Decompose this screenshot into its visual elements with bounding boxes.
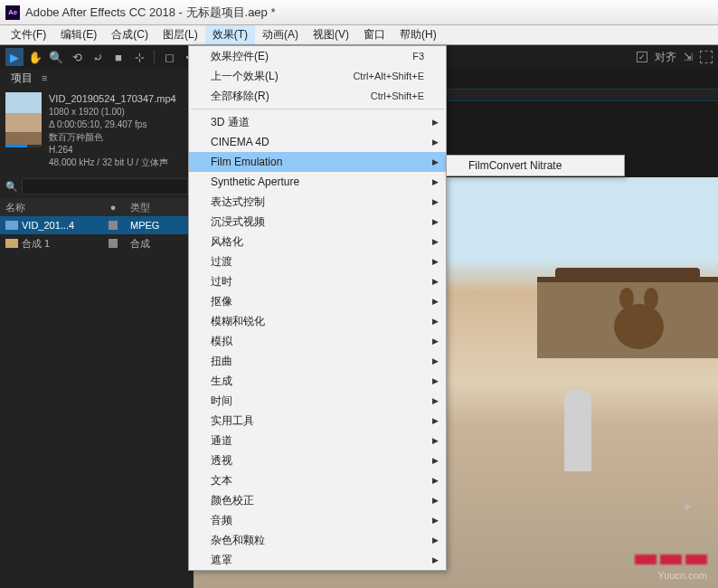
project-item[interactable]: 合成 1合成 <box>0 234 194 252</box>
menu-3[interactable]: 图层(L) <box>156 25 205 44</box>
menu-item[interactable]: 扭曲▶ <box>189 351 446 371</box>
menu-label: 扭曲 <box>211 354 232 369</box>
submenu-arrow-icon: ▶ <box>432 536 439 545</box>
menu-label: 杂色和颗粒 <box>211 533 265 548</box>
menu-8[interactable]: 帮助(H) <box>392 25 444 44</box>
menu-item[interactable]: Film Emulation▶ <box>189 152 446 172</box>
menu-item[interactable]: 颜色校正▶ <box>189 490 446 510</box>
snap-icon[interactable]: ⇲ <box>684 51 693 63</box>
menu-item[interactable]: 表达式控制▶ <box>189 192 446 212</box>
submenu-item[interactable]: FilmConvert Nitrate <box>447 156 624 175</box>
watermark-blur <box>635 555 707 564</box>
align-checkbox[interactable]: ✓ <box>637 52 647 62</box>
submenu-arrow-icon: ▶ <box>432 376 439 385</box>
hand-tool[interactable]: ✋ <box>26 48 44 66</box>
item-type: 合成 <box>125 237 150 251</box>
menu-shortcut: F3 <box>412 51 424 62</box>
menu-item[interactable]: 音频▶ <box>189 510 446 530</box>
submenu-label: FilmConvert Nitrate <box>468 159 562 172</box>
column-name[interactable]: 名称 <box>0 201 101 214</box>
menu-label: 透视 <box>211 453 232 469</box>
pan-behind-tool[interactable]: ⊹ <box>130 48 148 66</box>
menu-7[interactable]: 窗口 <box>356 25 392 44</box>
menu-5[interactable]: 动画(A) <box>255 25 306 44</box>
menu-6[interactable]: 视图(V) <box>306 25 356 44</box>
project-list-header: 名称 ● 类型 <box>0 198 194 216</box>
menu-item[interactable]: Synthetic Aperture▶ <box>189 172 446 192</box>
app-icon: Ae <box>5 5 20 20</box>
scene-mascot <box>614 304 664 349</box>
panel-menu-icon[interactable]: ≡ <box>42 72 47 83</box>
submenu-arrow-icon: ▶ <box>432 177 439 186</box>
column-label[interactable]: ● <box>101 202 125 213</box>
menu-item[interactable]: 全部移除(R)Ctrl+Shift+E <box>189 86 446 106</box>
menu-separator <box>191 109 444 109</box>
asset-colors: 数百万种颜色 <box>49 131 176 144</box>
submenu-arrow-icon: ▶ <box>432 138 439 147</box>
camera-tool[interactable]: ■ <box>109 48 128 66</box>
menu-item[interactable]: 效果控件(E)F3 <box>189 46 446 66</box>
menu-item[interactable]: 沉浸式视频▶ <box>189 212 446 232</box>
preview-thumbnail[interactable] <box>5 92 42 145</box>
menu-label: 全部移除(R) <box>211 89 269 104</box>
submenu-arrow-icon: ▶ <box>432 436 439 445</box>
project-item[interactable]: VID_201...4MPEG <box>0 216 194 234</box>
menu-2[interactable]: 合成(C) <box>104 25 156 44</box>
submenu-arrow-icon: ▶ <box>432 317 439 326</box>
menu-item[interactable]: 模糊和锐化▶ <box>189 311 446 331</box>
orbit-tool[interactable]: ⟲ <box>68 48 86 66</box>
column-type[interactable]: 类型 <box>125 201 150 214</box>
menu-item[interactable]: 生成▶ <box>189 371 446 391</box>
submenu-arrow-icon: ▶ <box>432 396 439 405</box>
menu-item[interactable]: 抠像▶ <box>189 291 446 311</box>
submenu-arrow-icon: ▶ <box>432 496 439 505</box>
asset-info: VID_20190524_170347.mp4 1080 x 1920 (1.0… <box>49 92 176 169</box>
menu-label: 通道 <box>211 433 232 449</box>
asset-codec: H.264 <box>49 144 176 156</box>
film-emulation-submenu: FilmConvert Nitrate <box>446 155 625 176</box>
menu-item[interactable]: 时间▶ <box>189 391 446 411</box>
submenu-arrow-icon: ▶ <box>432 217 439 226</box>
menu-item[interactable]: 实用工具▶ <box>189 411 446 431</box>
project-tab[interactable]: 项目 <box>5 69 38 88</box>
menu-item[interactable]: 上一个效果(L)Ctrl+Alt+Shift+E <box>189 66 446 86</box>
menu-item[interactable]: 透视▶ <box>189 450 446 470</box>
project-panel: 项目 ≡ VID_20190524_170347.mp4 1080 x 1920… <box>0 69 194 588</box>
submenu-arrow-icon: ▶ <box>432 516 439 525</box>
menu-label: 颜色校正 <box>211 493 254 508</box>
menu-item[interactable]: 3D 通道▶ <box>189 112 446 132</box>
submenu-arrow-icon: ▶ <box>432 337 439 346</box>
shape-tool[interactable]: ◻ <box>160 48 178 66</box>
rotation-tool[interactable]: ⤾ <box>89 48 107 66</box>
menu-label: 效果控件(E) <box>211 49 269 64</box>
menu-1[interactable]: 编辑(E) <box>53 25 104 44</box>
menu-item[interactable]: 过时▶ <box>189 271 446 291</box>
menu-item[interactable]: 风格化▶ <box>189 232 446 251</box>
asset-dimensions: 1080 x 1920 (1.00) <box>49 106 176 119</box>
menu-label: 遮罩 <box>211 553 232 568</box>
item-name: VID_201...4 <box>22 220 74 231</box>
label-dot[interactable] <box>109 221 118 230</box>
selection-tool[interactable]: ▶ <box>5 48 24 66</box>
menu-item[interactable]: 通道▶ <box>189 431 446 450</box>
submenu-arrow-icon: ▶ <box>432 197 439 206</box>
menu-label: 表达式控制 <box>211 194 265 210</box>
menu-item[interactable]: 过渡▶ <box>189 251 446 271</box>
asset-audio: 48.000 kHz / 32 bit U / 立体声 <box>49 156 176 169</box>
grid-icon[interactable] <box>700 51 713 63</box>
menu-item[interactable]: 文本▶ <box>189 470 446 490</box>
zoom-tool[interactable]: 🔍 <box>47 48 65 66</box>
menu-item[interactable]: 杂色和颗粒▶ <box>189 530 446 550</box>
label-dot[interactable] <box>109 239 118 248</box>
menu-item[interactable]: 模拟▶ <box>189 331 446 351</box>
menu-item[interactable]: 遮罩▶ <box>189 550 446 570</box>
search-input[interactable] <box>22 178 188 194</box>
menu-4[interactable]: 效果(T) <box>205 25 255 44</box>
menu-label: CINEMA 4D <box>211 136 269 148</box>
item-type: MPEG <box>125 220 159 231</box>
align-label: 对齐 <box>655 50 676 65</box>
menu-0[interactable]: 文件(F) <box>4 25 53 44</box>
submenu-arrow-icon: ▶ <box>432 297 439 306</box>
menu-item[interactable]: CINEMA 4D▶ <box>189 132 446 152</box>
search-icon[interactable]: 🔍 <box>5 181 18 193</box>
